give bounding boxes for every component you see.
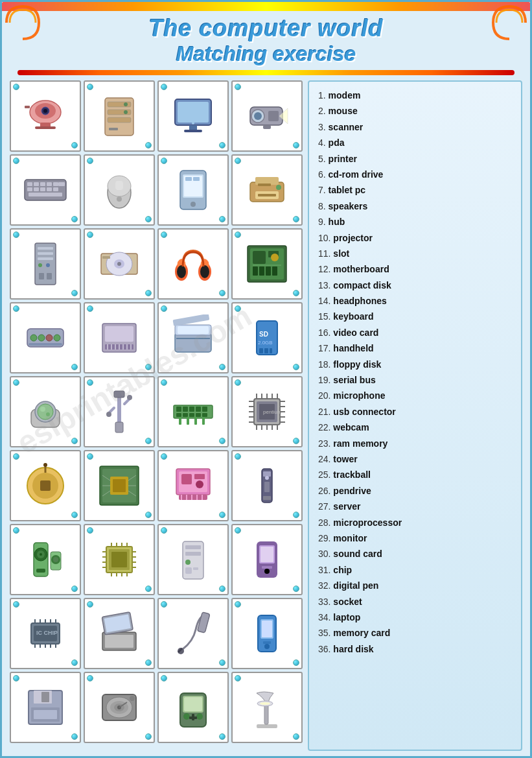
grid-cell-2: [84, 80, 155, 152]
word-num: 13.: [318, 280, 330, 290]
svg-rect-27: [34, 182, 39, 186]
word-text: server: [333, 501, 360, 512]
svg-rect-249: [262, 621, 272, 637]
svg-rect-271: [257, 724, 277, 728]
grid-cell-27: [157, 524, 229, 595]
svg-point-53: [276, 185, 281, 190]
word-num: 1.: [318, 90, 326, 101]
word-text: webcam: [333, 422, 369, 432]
svg-point-18: [192, 122, 194, 124]
svg-point-12: [124, 110, 128, 114]
word-num: 15.: [318, 311, 330, 322]
word-list-item: 11. slot: [318, 246, 512, 261]
svg-rect-35: [47, 187, 52, 191]
word-text: laptop: [333, 612, 360, 622]
word-list-item: 10. projector: [318, 231, 512, 245]
grid-cell-7: [157, 154, 229, 226]
word-text: motherboard: [333, 264, 389, 274]
word-text: video card: [333, 327, 378, 338]
svg-point-86: [54, 335, 60, 341]
word-num: 31.: [318, 565, 330, 575]
word-text: digital pen: [333, 580, 378, 591]
svg-rect-61: [39, 273, 44, 279]
word-num: 32.: [318, 580, 330, 591]
svg-point-84: [38, 335, 45, 341]
svg-point-226: [264, 569, 270, 574]
word-list-item: 6. cd-rom drive: [318, 167, 512, 182]
svg-rect-227: [262, 566, 272, 569]
word-list-item: 25. trackball: [318, 468, 512, 482]
svg-point-70: [177, 265, 186, 278]
svg-point-118: [106, 412, 111, 417]
svg-point-66: [117, 262, 121, 266]
grid-cell-12: [231, 228, 303, 300]
grid-cell-36: [231, 672, 303, 743]
grid-cell-32: [231, 598, 303, 669]
svg-rect-100: [178, 326, 209, 334]
word-text: keyboard: [333, 311, 373, 322]
grid-cell-17: [10, 376, 81, 447]
grid-cell-26: [84, 524, 155, 595]
word-text: scanner: [329, 122, 364, 132]
word-list-item: 28. microprocessor: [318, 515, 512, 530]
svg-point-83: [30, 335, 37, 341]
grid-cell-6: [84, 154, 155, 226]
svg-rect-251: [263, 641, 271, 644]
grid-cell-34: [84, 672, 155, 743]
word-list-item: 33. socket: [318, 595, 512, 609]
word-num: 16.: [318, 327, 330, 338]
grid-cell-4: [231, 80, 303, 152]
svg-rect-129: [196, 413, 201, 417]
word-text: memory card: [333, 628, 390, 638]
svg-rect-101: [176, 338, 210, 339]
svg-point-178: [196, 480, 203, 488]
word-list-item: 23. ram memory: [318, 436, 512, 451]
word-text: trackball: [333, 469, 371, 480]
svg-rect-256: [34, 710, 57, 719]
svg-rect-177: [194, 474, 205, 479]
word-text: ram memory: [333, 438, 387, 449]
svg-rect-47: [193, 177, 200, 181]
grid-cell-31: [157, 598, 229, 669]
word-text: socket: [333, 597, 362, 607]
word-list-item: 30. sound card: [318, 547, 512, 561]
word-num: 19.: [318, 375, 330, 385]
word-num: 14.: [318, 296, 330, 306]
word-num: 6.: [318, 169, 326, 180]
svg-rect-222: [193, 567, 198, 570]
word-num: 3.: [318, 122, 326, 132]
word-list-item: 12. motherboard: [318, 262, 512, 276]
grid-cell-20: pentium: [231, 376, 303, 447]
word-text: serial bus: [333, 375, 375, 385]
svg-rect-74: [253, 251, 266, 264]
word-text: mouse: [329, 106, 358, 116]
word-list-item: 27. server: [318, 499, 512, 514]
svg-rect-102: [173, 314, 210, 326]
svg-rect-67: [102, 256, 110, 259]
content-area: SD 2.0GB: [7, 80, 525, 751]
word-num: 18.: [318, 359, 330, 370]
grid-cell-35: [157, 672, 229, 743]
svg-point-197: [53, 557, 58, 562]
word-text: tablet pc: [329, 185, 366, 195]
svg-point-189: [265, 476, 269, 480]
word-num: 30.: [318, 549, 330, 559]
svg-rect-272: [264, 704, 268, 724]
grid-cell-29: IC CHIP: [10, 598, 81, 669]
svg-rect-126: [176, 413, 181, 417]
word-text: handheld: [333, 343, 373, 353]
svg-point-267: [183, 713, 190, 720]
svg-rect-62: [47, 273, 52, 279]
svg-text:2.0GB: 2.0GB: [258, 340, 273, 346]
svg-rect-28: [40, 182, 45, 186]
svg-rect-124: [196, 407, 201, 412]
svg-rect-131: [179, 417, 181, 425]
word-text: usb connector: [333, 407, 395, 417]
word-text: tower: [333, 454, 357, 464]
svg-point-113: [46, 412, 50, 416]
svg-rect-254: [41, 692, 49, 702]
word-num: 36.: [318, 644, 330, 654]
word-num: 11.: [318, 248, 330, 259]
word-list-item: 5. printer: [318, 152, 512, 166]
word-num: 28.: [318, 517, 330, 528]
